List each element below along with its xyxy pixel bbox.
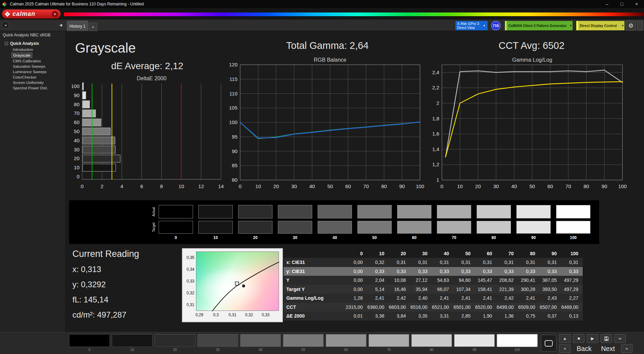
pattern-swatch-100[interactable] [497,334,538,347]
sidebar-item-spectral-power-dist[interactable]: Spectral Power Dist. [11,86,49,90]
home-button[interactable]: ◂ [2,21,9,29]
pattern-level-100[interactable]: 100 [497,334,538,352]
svg-text:60: 60 [74,119,79,125]
close-button[interactable]: × [629,0,644,8]
tab-history-1[interactable]: History 1 [67,21,88,31]
table-row-y[interactable]: Y0,002,0410,0827,1254,6394,60145,47208,6… [284,276,583,285]
sidebar-item-colorchecker[interactable]: ColorChecker [11,75,38,80]
pattern-level-label: 100 [497,348,538,352]
pattern-swatch-0[interactable] [69,334,110,347]
pattern-level-10[interactable]: 10 [112,334,153,352]
next-button[interactable]: Next [598,345,618,353]
sidebar-item-grayscale[interactable]: Grayscale [11,53,32,58]
meter-dropdown-icon[interactable]: ▾ [482,24,486,27]
pattern-swatch-20[interactable] [155,334,195,347]
current-reading-fl: fL: 145,14 [72,295,139,304]
pattern-level-0[interactable]: 0 [69,334,110,352]
display-control-selector[interactable]: Direct Display Control ▾ [576,21,625,31]
sidebar-root-label: Quick Analysis [10,41,39,46]
table-cell: 3,84 [388,313,410,319]
meter-status-badge[interactable]: 715 [491,21,501,30]
table-cell: 393,50 [539,287,561,292]
table-row-gamma-log-log[interactable]: Gamma Log/Log1,282,412,422,402,412,412,4… [284,294,583,303]
svg-text:70: 70 [74,110,79,116]
pattern-level-40[interactable]: 40 [240,334,281,352]
table-cell: 2,85 [453,313,475,319]
target-swatch-80 [477,221,511,234]
table-cell: 6501,00 [453,304,475,310]
grayscale-column-label: 50 [357,235,392,240]
svg-text:100: 100 [71,83,79,89]
pattern-swatch-40[interactable] [240,334,281,347]
pattern-level-60[interactable]: 60 [326,334,366,352]
calman-menu-button[interactable]: calman ▾ [2,9,61,19]
save-button[interactable] [601,334,612,343]
svg-text:90: 90 [232,148,237,154]
meter-line1: X-Rite i1Pro 3 [457,22,479,26]
svg-text:95: 95 [232,134,237,140]
sidebar-item-luminance-sweeps[interactable]: Luminance Sweeps [11,69,48,74]
table-row-target-y[interactable]: Target Y0,005,1416,4635,9466,07107,34158… [284,285,583,294]
add-tab-button[interactable]: + [89,23,97,31]
sidebar-item-cms-calibration[interactable]: CMS Calibration [11,59,42,63]
pattern-swatch-80[interactable] [411,334,452,347]
pattern-level-80[interactable]: 80 [411,334,452,352]
results-table: 0102030405060708090100 x: CIE310,000,320… [284,249,583,321]
actual-swatch-10 [198,205,233,218]
table-cell: 0,01 [345,313,367,319]
table-cell: 94,60 [453,277,475,283]
deltae-chart-title: DeltaE 2000 [82,76,221,82]
results-column-header: 80 [518,251,539,256]
pattern-generator-dropdown-icon[interactable]: ▾ [569,24,573,27]
pattern-level-50[interactable]: 50 [283,334,324,352]
maximize-button[interactable]: □ [614,0,629,8]
table-cell: 0,31 [475,260,496,265]
pattern-generator-selector[interactable]: CalMAN Client 3 Pattern Generator ▾ [505,21,573,31]
extra-toolbar-button[interactable] [637,21,643,31]
next-fast-button[interactable]: » [621,344,633,353]
minimize-button[interactable]: – [600,0,614,8]
logo-dropdown-icon[interactable]: ▾ [52,11,58,18]
arrow-up-button[interactable]: ▲ [559,334,571,343]
pattern-swatch-10[interactable] [112,334,153,347]
table-row-x-cie31[interactable]: x: CIE310,000,320,310,310,310,310,310,31… [284,258,583,267]
pattern-swatch-50[interactable] [283,334,324,347]
sidebar-item-introduction[interactable]: Introduction [11,47,34,52]
actual-swatch-60 [397,205,431,218]
pattern-level-30[interactable]: 30 [197,334,238,352]
pattern-swatch-30[interactable] [197,334,238,347]
tree-expander-icon[interactable]: - [5,42,8,45]
tab-bar: ◂ ◀ History 1 + X-Rite i1Pro 3 Direct Vi… [0,20,644,31]
meter-selector[interactable]: X-Rite i1Pro 3 Direct View ▾ [455,21,488,31]
sidebar-root-quick-analysis[interactable]: - Quick Analysis [0,40,65,47]
table-cell: 0,37 [539,313,561,319]
back-button[interactable]: Back [573,345,595,353]
sidebar-item-screen-uniformity[interactable]: Screen Uniformity [11,80,45,85]
display-control-dropdown-icon[interactable]: ▾ [621,24,624,27]
gamma-chart: 010203040506070809010011,21,41,61,822,22… [424,63,631,189]
table-cell: 0,32 [367,260,388,265]
stop-button[interactable]: ■ [573,334,584,343]
pattern-swatch-70[interactable] [368,334,409,347]
link-button[interactable]: ∞ [614,334,626,343]
actual-swatch-50 [357,205,392,218]
sidebar-item-saturation-sweeps[interactable]: Saturation Sweeps [11,64,47,69]
calman-diamond-icon [4,11,10,17]
svg-text:100: 100 [416,183,424,189]
app-icon [2,2,7,7]
table-row-y-cie31[interactable]: y: CIE310,000,330,330,330,330,330,330,33… [284,267,583,276]
pattern-swatch-60[interactable] [326,334,366,347]
pattern-window-button[interactable] [541,335,556,352]
pattern-level-70[interactable]: 70 [368,334,409,352]
play-button[interactable]: ▶ [587,334,598,343]
pattern-level-90[interactable]: 90 [454,334,495,352]
pattern-swatch-90[interactable] [454,334,495,347]
pattern-level-20[interactable]: 20 [155,334,195,352]
table-row-cct[interactable]: CCT2315,006360,006603,006516,006521,0065… [284,303,583,312]
sidebar-collapse-icon[interactable]: ◀ [59,23,62,27]
table-row-e-2000[interactable]: ΔE 20000,013,383,843,353,312,851,901,360… [284,312,583,321]
settings-gear-icon[interactable]: ⚙ [626,21,636,31]
table-cell: 2,43 [539,295,561,301]
table-cell: 2,04 [367,277,388,283]
back-fast-button[interactable]: « [559,344,571,353]
